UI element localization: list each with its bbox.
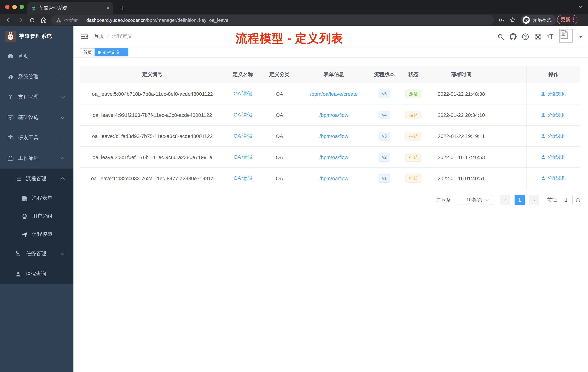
table-row: oa_leave:5:004b710b-7b8a-11ec-8ef0-acde4…	[80, 83, 580, 104]
avatar-dropdown-caret-icon[interactable]	[579, 36, 583, 38]
status-cell: 挂起	[399, 104, 428, 125]
definition-name-link[interactable]: OA 请假	[225, 126, 261, 146]
traffic-light-close[interactable]	[5, 5, 10, 9]
col-header: 定义名称	[225, 66, 261, 83]
sidebar-item-label: 工作流程	[18, 155, 39, 162]
definition-id: oa_leave:3:1fad3d93-7b75-11ec-a3c8-acde4…	[80, 126, 225, 146]
form-info-link[interactable]: /bpm/oa/flow	[298, 147, 369, 167]
version-cell: v3	[369, 126, 399, 146]
form-info-link[interactable]: /bpm/oa/flow	[298, 104, 369, 125]
reload-icon[interactable]	[28, 16, 36, 24]
github-icon[interactable]	[508, 32, 518, 42]
deploy-time: 2022-01-16 17:46:53	[428, 147, 495, 167]
sidebar-collapse-icon[interactable]	[81, 33, 88, 40]
home-icon[interactable]	[39, 16, 48, 24]
deploy-time: 2022-01-22 19:19:11	[428, 126, 495, 146]
sidebar-item-home[interactable]: 首页	[0, 46, 74, 67]
sidebar-item-devtools[interactable]: 研发工具	[0, 128, 74, 148]
definition-table: 定义编号 定义名称 定义分类 表单信息 流程版本 状态 部署时间 操作 oa_l…	[80, 66, 580, 189]
tag-process-definition[interactable]: 流程定义 ×	[94, 48, 128, 56]
tab-close-icon[interactable]: ×	[106, 5, 109, 11]
version-badge: v3	[378, 131, 390, 140]
dashboard-icon	[7, 53, 14, 60]
tag-home[interactable]: 首页	[80, 48, 95, 56]
assign-rule-link[interactable]: 分配规则	[526, 126, 580, 146]
col-header: 定义分类	[261, 66, 298, 83]
sidebar-item-process-form[interactable]: 流程表单	[0, 189, 74, 207]
definition-name-link[interactable]: OA 请假	[225, 168, 261, 188]
definition-id: oa_leave:2:3c1f0ef1-76b1-11ec-9c66-a2380…	[80, 147, 225, 167]
user-avatar[interactable]	[559, 29, 573, 43]
traffic-light-minimize[interactable]	[12, 5, 17, 9]
fullscreen-icon[interactable]	[533, 32, 543, 42]
current-page[interactable]: 1	[514, 195, 525, 205]
form-info-link[interactable]: /bpm/oa/flow	[298, 168, 369, 188]
sidebar-item-user-group[interactable]: 用户分组	[0, 207, 74, 225]
status-cell: 挂起	[399, 147, 428, 167]
sidebar-logo[interactable]: 芋道管理系统	[0, 26, 74, 46]
form-info-link[interactable]: /bpm/oa/leave/create	[298, 83, 369, 104]
next-page-button[interactable]: ›	[529, 195, 539, 205]
forward-icon[interactable]	[16, 16, 25, 24]
password-key-icon[interactable]	[497, 16, 506, 24]
sidebar-item-process-model[interactable]: 流程模型	[0, 225, 74, 243]
help-icon[interactable]	[521, 32, 530, 42]
tab-search-chevron-icon[interactable]	[578, 4, 583, 9]
incognito-badge: 无痕模式	[521, 15, 556, 25]
definition-category: OA	[261, 104, 298, 125]
bookmark-star-icon[interactable]	[508, 16, 517, 24]
sidebar-item-task-mgmt[interactable]: 任务管理	[0, 243, 74, 264]
definition-id: oa_leave:5:004b710b-7b8a-11ec-8ef0-acde4…	[80, 83, 225, 104]
sidebar-item-label: 流程表单	[32, 195, 52, 201]
status-cell: 挂起	[399, 126, 428, 146]
breadcrumb-current: 流程定义	[112, 33, 132, 40]
definition-name-link[interactable]: OA 请假	[225, 147, 261, 167]
assign-rule-link[interactable]: 分配规则	[526, 147, 580, 167]
new-tab-button[interactable]: +	[117, 3, 127, 13]
goto-page-input[interactable]: 1	[560, 195, 573, 205]
font-size-icon[interactable]: TT	[546, 32, 555, 42]
table-row: oa_leave:3:1fad3d93-7b75-11ec-a3c8-acde4…	[80, 126, 580, 147]
sidebar-item-label: 用户分组	[32, 213, 52, 219]
url-path: /bpm/manager/definition?key=oa_leave	[146, 17, 229, 23]
assign-rule-link[interactable]: 分配规则	[526, 104, 580, 125]
table-body: oa_leave:5:004b710b-7b8a-11ec-8ef0-acde4…	[80, 83, 580, 189]
sidebar-item-workflow[interactable]: 工作流程	[0, 148, 74, 169]
back-icon[interactable]	[4, 16, 13, 24]
definition-name-link[interactable]: OA 请假	[225, 83, 261, 104]
monitor-icon	[7, 114, 14, 121]
table-row: oa_leave:2:3c1f0ef1-76b1-11ec-9c66-a2380…	[80, 147, 580, 168]
definition-category: OA	[261, 83, 298, 104]
definition-id: oa_leave:4:991f2193-7b7f-11ec-a3c8-acde4…	[80, 104, 225, 125]
definition-name-link[interactable]: OA 请假	[225, 104, 261, 125]
sidebar-item-infra[interactable]: 基础设施	[0, 107, 74, 128]
traffic-light-zoom[interactable]	[20, 5, 24, 9]
browser-tab[interactable]: 芋道管理系统 ×	[27, 2, 113, 14]
incognito-label: 无痕模式	[533, 17, 552, 23]
search-icon[interactable]	[496, 32, 505, 42]
sidebar-item-label: 任务管理	[26, 251, 46, 257]
form-info-link[interactable]: /bpm/oa/flow	[298, 126, 369, 146]
sidebar-item-label: 支付管理	[18, 94, 39, 100]
status-badge: 挂起	[405, 110, 421, 119]
definition-category: OA	[261, 168, 298, 188]
url-bar[interactable]: 不安全 | dashboard.yudao.iocoder.cn/bpm/man…	[51, 15, 494, 25]
assign-rule-link[interactable]: 分配规则	[526, 83, 580, 104]
sidebar-item-payment[interactable]: ¥ 支付管理	[0, 87, 74, 107]
assign-rule-link[interactable]: 分配规则	[526, 168, 580, 188]
workflow-submenu: 流程管理 流程表单 用户分组 流程模型	[0, 169, 74, 284]
col-header-action: 操作	[526, 66, 580, 83]
page-size-select[interactable]: 10条/页	[457, 195, 492, 205]
tag-close-icon[interactable]: ×	[123, 50, 125, 55]
version-cell: v2	[369, 147, 399, 167]
sidebar-item-leave-query[interactable]: 请假查询	[0, 264, 74, 284]
breadcrumb-home[interactable]: 首页	[94, 33, 104, 40]
chevron-down-icon	[61, 135, 65, 139]
sidebar-item-process-mgmt[interactable]: 流程管理	[0, 169, 74, 189]
prev-page-button[interactable]: ‹	[500, 195, 510, 205]
sidebar-item-system[interactable]: 系统管理	[0, 67, 74, 87]
chevron-up-icon	[61, 177, 65, 182]
chevron-down-icon	[61, 251, 65, 255]
browser-update-menu-button[interactable]: 更新	[557, 15, 578, 24]
kebab-menu-icon	[573, 17, 574, 22]
